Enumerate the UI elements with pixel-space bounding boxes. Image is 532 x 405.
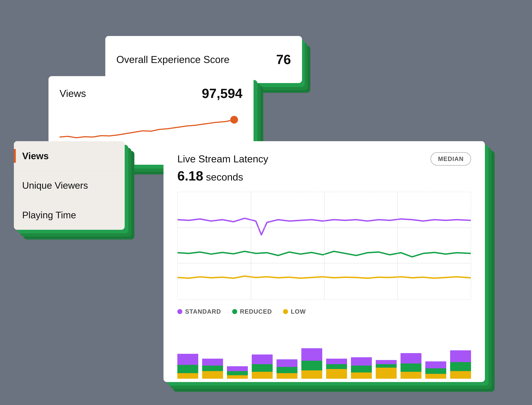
bar-yellow-7 [326, 369, 347, 379]
grid-line-v1 [251, 192, 251, 299]
bar-green-5 [276, 367, 297, 373]
bar-green-3 [227, 371, 248, 375]
bar-purple-11 [425, 361, 446, 368]
menu-item-unique-viewers[interactable]: Unique Viewers [14, 171, 125, 200]
bar-yellow-6 [301, 370, 322, 379]
legend-standard: STANDARD [177, 308, 221, 315]
bar-green-11 [425, 368, 446, 374]
svg-point-0 [230, 116, 238, 124]
bar-green-6 [301, 361, 322, 370]
bar-green-9 [376, 364, 397, 368]
grid-line-v2 [324, 192, 325, 299]
bar-group-10 [401, 323, 421, 379]
bar-group-11 [425, 323, 446, 379]
bar-yellow-5 [276, 373, 297, 379]
lsl-line-chart-area [177, 192, 471, 300]
lsl-value-row: 6.18 seconds [177, 168, 471, 183]
bar-group-9 [376, 323, 397, 379]
bar-green-1 [177, 365, 198, 373]
bar-group-5 [276, 323, 297, 379]
bar-group-7 [326, 323, 347, 379]
grid-line-h2 [178, 263, 471, 263]
legend-reduced: REDUCED [232, 308, 272, 315]
active-indicator [14, 149, 16, 163]
bar-yellow-12 [450, 371, 471, 379]
legend-low-label: LOW [291, 308, 306, 315]
oes-card-value: 76 [276, 52, 291, 67]
bar-yellow-9 [376, 368, 397, 379]
bar-purple-10 [401, 353, 421, 364]
bar-group-2 [202, 323, 223, 379]
bar-yellow-11 [425, 374, 446, 379]
menu-item-unique-viewers-label: Unique Viewers [22, 180, 88, 191]
legend-reduced-dot [232, 309, 237, 314]
legend-reduced-label: REDUCED [240, 308, 272, 315]
bar-yellow-4 [252, 372, 273, 379]
bar-green-10 [401, 364, 421, 372]
legend-standard-dot [177, 309, 182, 314]
legend-standard-label: STANDARD [185, 308, 221, 315]
bar-group-1 [177, 323, 198, 379]
bar-group-8 [351, 323, 372, 379]
grid-line-h1 [178, 228, 471, 228]
lsl-card: Live Stream Latency MEDIAN 6.18 seconds … [164, 141, 485, 382]
grid-line-v3 [397, 192, 398, 299]
menu-card: Views Unique Viewers Playing Time [14, 141, 125, 230]
oes-card: Overall Experience Score 76 [105, 36, 302, 83]
bar-group-12 [450, 323, 471, 379]
lsl-unit: seconds [206, 171, 243, 183]
bar-yellow-8 [351, 372, 372, 379]
bar-purple-9 [376, 360, 397, 364]
menu-item-views-label: Views [22, 150, 49, 161]
bar-purple-7 [326, 359, 347, 364]
menu-item-views[interactable]: Views [14, 141, 125, 171]
lsl-header: Live Stream Latency MEDIAN [177, 152, 471, 166]
bar-purple-5 [276, 359, 297, 367]
menu-item-playing-time[interactable]: Playing Time [14, 200, 125, 230]
bar-yellow-10 [401, 372, 421, 379]
bar-green-12 [450, 362, 471, 371]
lsl-title: Live Stream Latency [177, 153, 268, 165]
bar-purple-4 [252, 354, 273, 364]
views-card-value: 97,594 [202, 86, 242, 101]
bar-purple-6 [301, 348, 322, 361]
oes-card-title: Overall Experience Score [116, 54, 229, 65]
lsl-legend: STANDARD REDUCED LOW [177, 308, 471, 315]
bar-purple-12 [450, 350, 471, 362]
bar-group-4 [252, 323, 273, 379]
bar-purple-1 [177, 354, 198, 365]
bar-green-8 [351, 365, 372, 372]
bar-yellow-1 [177, 373, 198, 379]
bar-group-6 [301, 323, 322, 379]
views-card-title: Views [60, 88, 86, 99]
bar-purple-8 [351, 357, 372, 365]
legend-low: LOW [283, 308, 306, 315]
legend-low-dot [283, 309, 288, 314]
bar-green-2 [202, 365, 223, 371]
bar-purple-3 [227, 366, 248, 371]
bar-yellow-2 [202, 371, 223, 379]
views-card-header: Views 97,594 [60, 86, 242, 101]
bar-green-4 [252, 364, 273, 372]
lsl-value: 6.18 [177, 168, 203, 183]
bar-yellow-3 [227, 375, 248, 379]
median-button[interactable]: MEDIAN [431, 152, 471, 166]
lsl-bar-chart [177, 323, 471, 379]
bar-green-7 [326, 364, 347, 369]
bar-purple-2 [202, 359, 223, 365]
menu-item-playing-time-label: Playing Time [22, 209, 76, 220]
bar-group-3 [227, 323, 248, 379]
